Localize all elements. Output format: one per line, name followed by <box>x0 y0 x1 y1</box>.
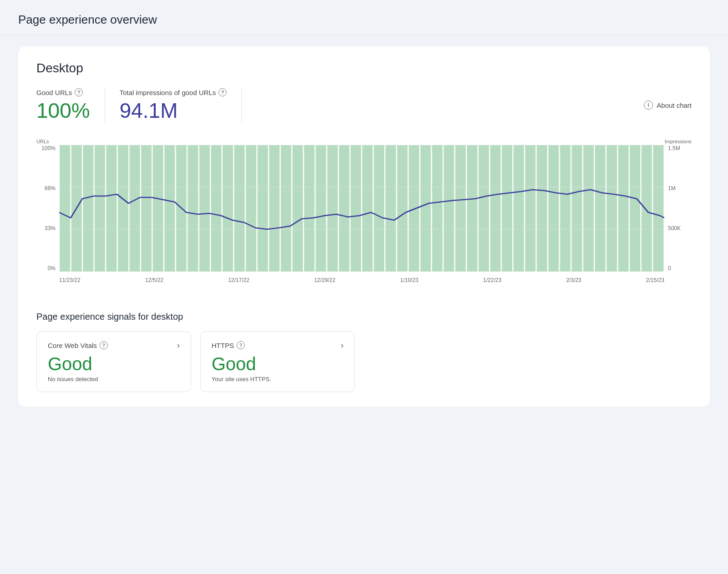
y-right-tick-1-5m: 1.5M <box>668 145 680 151</box>
y-left-tick-0: 0% <box>48 265 56 272</box>
total-impressions-metric: Total impressions of good URLs ? 94.1M <box>120 88 242 122</box>
y-left-tick-66: 66% <box>45 185 56 191</box>
x-tick-2: 12/5/22 <box>145 277 163 283</box>
https-chevron-icon[interactable]: › <box>341 341 344 350</box>
core-web-vitals-desc: No issues detected <box>48 376 180 383</box>
page-title: Page experience overview <box>18 13 710 27</box>
y-axis-right-label: Impressions <box>665 139 692 144</box>
y-right-tick-500k: 500K <box>668 225 681 232</box>
core-web-vitals-chevron-icon[interactable]: › <box>177 341 180 350</box>
core-web-vitals-card: Core Web Vitals ? › Good No issues detec… <box>36 331 191 392</box>
https-card: HTTPS ? › Good Your site uses HTTPS. <box>200 331 355 392</box>
signals-title: Page experience signals for desktop <box>36 312 692 322</box>
good-urls-value: 100% <box>36 99 90 122</box>
chart-svg <box>59 145 664 272</box>
x-tick-8: 2/15/23 <box>646 277 664 283</box>
about-chart-label: About chart <box>657 101 692 109</box>
total-impressions-help-icon[interactable]: ? <box>218 88 227 96</box>
y-right-tick-0: 0 <box>668 265 671 272</box>
https-status: Good <box>212 354 344 374</box>
card-title: Desktop <box>36 61 692 76</box>
signals-grid: Core Web Vitals ? › Good No issues detec… <box>36 331 692 392</box>
https-title: HTTPS <box>212 342 234 349</box>
total-impressions-value: 94.1M <box>120 99 227 122</box>
good-urls-metric: Good URLs ? 100% <box>36 88 105 122</box>
x-tick-7: 2/3/23 <box>566 277 581 283</box>
y-left-tick-33: 33% <box>45 225 56 232</box>
x-tick-3: 12/17/22 <box>228 277 249 283</box>
y-right-tick-1m: 1M <box>668 185 676 191</box>
x-tick-4: 12/29/22 <box>314 277 335 283</box>
desktop-card: Desktop Good URLs ? 100% Total impressio… <box>18 46 710 407</box>
x-tick-6: 1/22/23 <box>483 277 501 283</box>
https-desc: Your site uses HTTPS. <box>212 376 344 383</box>
good-urls-label: Good URLs <box>36 89 72 96</box>
good-urls-help-icon[interactable]: ? <box>75 88 83 96</box>
info-icon: i <box>644 101 653 110</box>
svg-rect-1 <box>59 145 664 272</box>
page-header: Page experience overview <box>0 0 728 35</box>
x-tick-1: 11/23/22 <box>59 277 81 283</box>
about-chart-button[interactable]: i About chart <box>644 101 692 110</box>
y-axis-left-label: URLs <box>36 139 49 144</box>
core-web-vitals-status: Good <box>48 354 180 374</box>
core-web-vitals-help-icon[interactable]: ? <box>100 341 108 349</box>
total-impressions-label: Total impressions of good URLs <box>120 89 216 96</box>
core-web-vitals-title: Core Web Vitals <box>48 342 97 349</box>
https-help-icon[interactable]: ? <box>237 341 245 349</box>
x-tick-5: 1/10/23 <box>400 277 418 283</box>
y-left-tick-100: 100% <box>41 145 56 151</box>
chart-container: URLs Impressions <box>36 139 692 293</box>
